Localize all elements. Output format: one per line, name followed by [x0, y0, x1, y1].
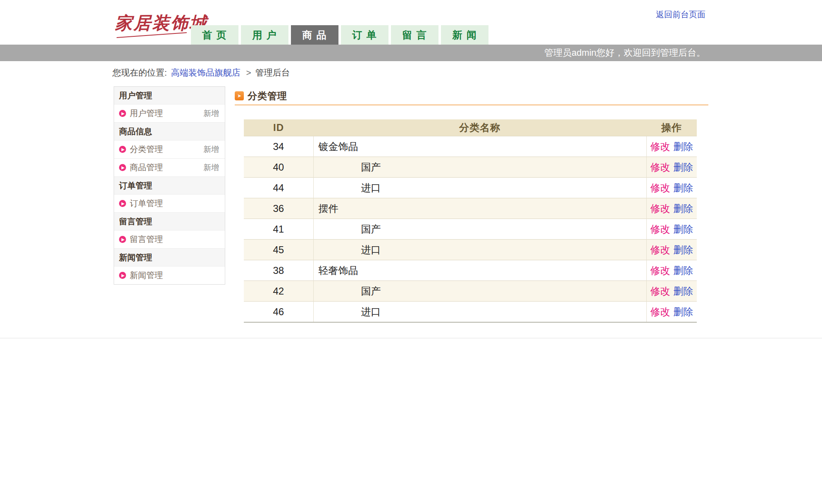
sidebar-item[interactable]: 新闻管理	[114, 266, 225, 284]
page-title: 分类管理	[248, 90, 287, 102]
cell-id: 34	[244, 136, 313, 157]
arrow-circle-icon	[119, 272, 126, 279]
nav-tab-1[interactable]: 首 页	[191, 25, 238, 45]
welcome-bar: 管理员admin您好，欢迎回到管理后台。	[0, 45, 822, 61]
edit-link[interactable]: 修改	[650, 244, 670, 255]
cell-category-name: 进口	[313, 302, 646, 323]
delete-link[interactable]: 删除	[673, 223, 693, 235]
nav-tab-6[interactable]: 新 闻	[441, 25, 488, 45]
cell-category-name: 国产	[313, 157, 646, 178]
breadcrumb-prefix: 您现在的位置:	[112, 68, 167, 77]
cell-id: 45	[244, 240, 313, 260]
cell-actions: 修改删除	[646, 198, 697, 219]
nav-tabs: 首 页用 户商 品订 单留 言新 闻	[191, 25, 488, 45]
column-header-name: 分类名称	[313, 119, 646, 136]
table-row: 36摆件修改删除	[244, 198, 697, 219]
delete-link[interactable]: 删除	[673, 265, 693, 276]
nav-tab-3[interactable]: 商 品	[291, 25, 338, 45]
edit-link[interactable]: 修改	[650, 141, 670, 152]
sidebar-item-label[interactable]: 分类管理	[130, 144, 163, 155]
cell-actions: 修改删除	[646, 281, 697, 302]
cell-id: 36	[244, 198, 313, 219]
sidebar-item[interactable]: 商品管理新增	[114, 159, 225, 177]
cell-actions: 修改删除	[646, 157, 697, 178]
cell-actions: 修改删除	[646, 260, 697, 281]
cell-actions: 修改删除	[646, 219, 697, 240]
edit-link[interactable]: 修改	[650, 203, 670, 214]
delete-link[interactable]: 删除	[673, 285, 693, 297]
arrow-circle-icon	[119, 236, 126, 243]
cell-actions: 修改删除	[646, 240, 697, 260]
sidebar-item-add-link[interactable]: 新增	[203, 162, 219, 173]
delete-link[interactable]: 删除	[673, 141, 693, 152]
arrow-circle-icon	[119, 110, 126, 117]
delete-link[interactable]: 删除	[673, 162, 693, 173]
cell-category-name: 进口	[313, 240, 646, 260]
cell-category-name: 摆件	[313, 198, 646, 219]
sidebar-item-label[interactable]: 新闻管理	[130, 270, 163, 281]
sidebar-item[interactable]: 分类管理新增	[114, 140, 225, 159]
sidebar-item-add-link[interactable]: 新增	[203, 108, 219, 119]
table-row: 40国产修改删除	[244, 157, 697, 178]
edit-link[interactable]: 修改	[650, 285, 670, 297]
cell-category-name: 轻奢饰品	[313, 260, 646, 281]
table-row: 42国产修改删除	[244, 281, 697, 302]
table-row: 44进口修改删除	[244, 178, 697, 198]
cell-id: 46	[244, 302, 313, 323]
edit-link[interactable]: 修改	[650, 223, 670, 235]
breadcrumb-current: 管理后台	[255, 68, 290, 77]
category-table-body: 34镀金饰品修改删除40国产修改删除44进口修改删除36摆件修改删除41国产修改…	[244, 136, 697, 323]
sidebar-item-label[interactable]: 商品管理	[130, 162, 163, 173]
cell-id: 44	[244, 178, 313, 198]
cell-id: 42	[244, 281, 313, 302]
edit-link[interactable]: 修改	[650, 162, 670, 173]
cell-category-name: 镀金饰品	[313, 136, 646, 157]
sidebar-section-title: 新闻管理	[114, 249, 225, 266]
footer-divider	[0, 338, 822, 338]
cell-id: 38	[244, 260, 313, 281]
delete-link[interactable]: 删除	[673, 182, 693, 193]
delete-link[interactable]: 删除	[673, 244, 693, 255]
nav-tab-5[interactable]: 留 言	[391, 25, 438, 45]
nav-tab-4[interactable]: 订 单	[341, 25, 388, 45]
sidebar-section-title: 商品信息	[114, 123, 225, 140]
breadcrumb: 您现在的位置: 高端装饰品旗舰店 > 管理后台	[112, 67, 290, 78]
sidebar-item-label[interactable]: 用户管理	[130, 108, 163, 119]
delete-link[interactable]: 删除	[673, 306, 693, 317]
category-table: ID 分类名称 操作 34镀金饰品修改删除40国产修改删除44进口修改删除36摆…	[244, 119, 697, 323]
table-row: 41国产修改删除	[244, 219, 697, 240]
sidebar-section-title: 订单管理	[114, 177, 225, 195]
cell-category-name: 国产	[313, 281, 646, 302]
back-to-front-link[interactable]: 返回前台页面	[656, 9, 705, 20]
column-header-id: ID	[244, 119, 313, 136]
edit-link[interactable]: 修改	[650, 306, 670, 317]
edit-link[interactable]: 修改	[650, 182, 670, 193]
breadcrumb-store-link[interactable]: 高端装饰品旗舰店	[171, 68, 241, 77]
sidebar-item[interactable]: 留言管理	[114, 231, 225, 249]
cell-actions: 修改删除	[646, 302, 697, 323]
edit-link[interactable]: 修改	[650, 265, 670, 276]
cell-category-name: 进口	[313, 178, 646, 198]
table-row: 46进口修改删除	[244, 302, 697, 323]
welcome-text: 管理员admin您好，欢迎回到管理后台。	[544, 48, 705, 58]
delete-link[interactable]: 删除	[673, 203, 693, 214]
sidebar-item-add-link[interactable]: 新增	[203, 144, 219, 155]
sidebar-item[interactable]: 用户管理新增	[114, 105, 225, 123]
sidebar: 用户管理用户管理新增商品信息分类管理新增商品管理新增订单管理订单管理留言管理留言…	[114, 86, 225, 285]
cell-id: 40	[244, 157, 313, 178]
arrow-badge-icon	[235, 91, 244, 100]
table-header-row: ID 分类名称 操作	[244, 119, 697, 136]
sidebar-item-label[interactable]: 订单管理	[130, 198, 163, 209]
cell-id: 41	[244, 219, 313, 240]
cell-actions: 修改删除	[646, 136, 697, 157]
sidebar-item-label[interactable]: 留言管理	[130, 234, 163, 245]
cell-category-name: 国产	[313, 219, 646, 240]
cell-actions: 修改删除	[646, 178, 697, 198]
table-row: 38轻奢饰品修改删除	[244, 260, 697, 281]
table-row: 45进口修改删除	[244, 240, 697, 260]
arrow-circle-icon	[119, 146, 126, 153]
nav-tab-2[interactable]: 用 户	[241, 25, 288, 45]
breadcrumb-separator: >	[246, 68, 251, 77]
sidebar-item[interactable]: 订单管理	[114, 195, 225, 213]
page-title-row: 分类管理	[235, 90, 287, 102]
